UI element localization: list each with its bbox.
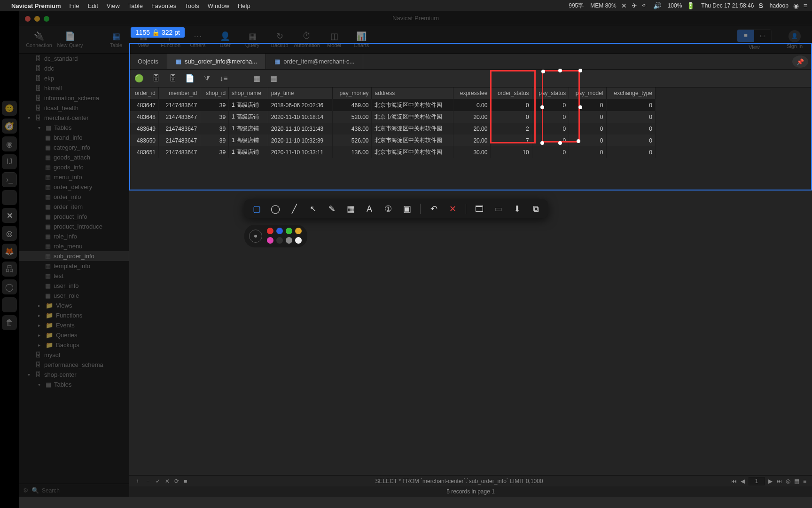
stroke-width[interactable] — [249, 230, 262, 243]
signin-button[interactable]: 👤Sign In — [783, 30, 806, 49]
tool-download[interactable]: ⬇ — [511, 203, 523, 214]
close-button[interactable] — [25, 16, 31, 22]
db-performance_schema[interactable]: 🗄performance_schema — [19, 360, 129, 370]
cell-shop_name[interactable]: 1 高级店铺 — [229, 123, 268, 135]
last-page-icon[interactable]: ⏭ — [776, 478, 782, 484]
cell-pay_model[interactable]: 0 — [569, 123, 606, 135]
pin-button[interactable]: 📌 — [792, 56, 808, 68]
table-test[interactable]: ▦test — [19, 271, 129, 281]
cell-order_id[interactable]: 483651 — [129, 146, 159, 158]
menu-window[interactable]: Window — [208, 2, 229, 9]
db-ddc[interactable]: 🗄ddc — [19, 64, 129, 73]
settings-icon[interactable]: ⚙ — [23, 487, 29, 494]
cell-exchange_type[interactable]: 0 — [606, 111, 656, 123]
col-expressfee[interactable]: expressfee — [453, 87, 491, 99]
toolbar-model[interactable]: ◫Model — [322, 31, 346, 48]
dock-intellij[interactable]: IJ — [2, 154, 17, 169]
tool-pencil[interactable]: ✎ — [326, 203, 337, 214]
cell-address[interactable]: 北京市海淀区中关村软件园 — [372, 146, 453, 158]
dock-trash[interactable]: 🗑 — [2, 315, 17, 330]
sort-icon[interactable]: ↓≡ — [219, 73, 229, 84]
table-order_delivery[interactable]: ▦order_delivery — [19, 182, 129, 192]
cell-order_id[interactable]: 483647 — [129, 99, 159, 111]
apply-icon[interactable]: ✓ — [156, 478, 160, 484]
col-pay_money[interactable]: pay_money — [333, 87, 372, 99]
siri-icon[interactable]: ◉ — [793, 2, 799, 9]
col-address[interactable]: address — [372, 87, 453, 99]
view-list[interactable]: ≡ — [737, 30, 754, 42]
dock-app-circle[interactable]: ◯ — [2, 279, 17, 294]
dock-safari[interactable]: 🧭 — [2, 119, 17, 134]
tab-sub-order-info[interactable]: ▦sub_order_info@mercha... — [167, 54, 266, 69]
airdrop-icon[interactable]: ✈ — [632, 2, 637, 9]
cell-pay_money[interactable]: 520.00 — [333, 111, 372, 123]
toolbar-charts[interactable]: 📊Charts — [349, 31, 374, 48]
cell-shop_id[interactable]: 39 — [200, 146, 229, 158]
cell-shop_name[interactable]: 1 高级店铺 — [229, 135, 268, 146]
cell-shop_name[interactable]: 1 高级店铺 — [229, 146, 268, 158]
refresh-icon[interactable]: ⟳ — [174, 478, 179, 484]
db-itcast_health[interactable]: 🗄itcast_health — [19, 103, 129, 113]
toolbar-table[interactable]: ▦Table — [104, 31, 128, 48]
col-pay_model[interactable]: pay_model — [569, 87, 606, 99]
tool-number[interactable]: ① — [383, 203, 394, 214]
import-icon[interactable]: ▦ — [251, 73, 262, 84]
cell-pay_time[interactable]: 2020-11-10 10:18:14 — [268, 111, 333, 123]
add-row-icon[interactable]: ＋ — [135, 477, 141, 485]
begin-txn-icon[interactable]: 🟢 — [134, 73, 144, 84]
cell-exchange_type[interactable]: 0 — [606, 146, 656, 158]
table-menu_info[interactable]: ▦menu_info — [19, 172, 129, 182]
rollback-icon[interactable]: 🗄 — [168, 73, 178, 84]
col-pay_status[interactable]: pay_status — [532, 87, 569, 99]
tool-mosaic[interactable]: ▦ — [345, 203, 356, 214]
cell-member_id[interactable]: 2147483647 — [159, 146, 200, 158]
stop-icon[interactable]: ■ — [184, 478, 187, 484]
menu-help[interactable]: Help — [238, 2, 250, 9]
color-swatch[interactable] — [267, 228, 273, 234]
col-pay_time[interactable]: pay_time — [268, 87, 333, 99]
folder-queries[interactable]: ▸📁Queries — [19, 330, 129, 340]
menu-table[interactable]: Table — [128, 2, 143, 9]
table-product_info[interactable]: ▦product_info — [19, 212, 129, 222]
tab-order-item[interactable]: ▦order_item@merchant-c... — [266, 54, 363, 69]
next-page-icon[interactable]: ▶ — [768, 478, 773, 484]
grid-view-icon[interactable]: ▦ — [794, 478, 799, 484]
db-dc_standard[interactable]: 🗄dc_standard — [19, 54, 129, 64]
table-sub_order_info[interactable]: ▦sub_order_info — [19, 251, 129, 261]
cell-expressfee[interactable]: 20.00 — [453, 135, 491, 146]
minimize-button[interactable] — [34, 16, 40, 22]
cell-expressfee[interactable]: 0.00 — [453, 99, 491, 111]
table-category_info[interactable]: ▦category_info — [19, 143, 129, 152]
dock-chrome[interactable]: ◉ — [2, 136, 17, 151]
dock-finder[interactable]: 🙂 — [2, 101, 17, 116]
color-swatch[interactable] — [267, 237, 273, 244]
tool-rectangle[interactable]: ▢ — [251, 203, 262, 214]
control-center-icon[interactable]: ≡ — [804, 2, 807, 9]
toolbar-others[interactable]: ⋯Others — [186, 31, 210, 48]
tool-delete[interactable]: ✕ — [447, 203, 458, 214]
tab-objects[interactable]: Objects — [129, 54, 167, 69]
color-swatch[interactable] — [286, 237, 292, 244]
dock-app-green[interactable]: ◎ — [2, 226, 17, 241]
cell-expressfee[interactable]: 30.00 — [453, 146, 491, 158]
table-role_menu[interactable]: ▦role_menu — [19, 241, 129, 251]
cell-pay_status[interactable]: 0 — [532, 123, 569, 135]
db-merchant-center[interactable]: ▾🗄merchant-center — [19, 113, 129, 123]
form-view-icon[interactable]: ≡ — [803, 478, 806, 484]
folder-functions[interactable]: ▸📁Functions — [19, 310, 129, 320]
cell-pay_money[interactable]: 438.00 — [333, 123, 372, 135]
cell-pay_time[interactable]: 2018-06-06 20:02:36 — [268, 99, 333, 111]
tool-pin-window[interactable]: 🗔 — [474, 203, 485, 214]
col-order_id[interactable]: order_id — [129, 87, 159, 99]
dock-terminal[interactable]: ›_ — [2, 172, 17, 187]
tool-copy[interactable]: ⧉ — [530, 203, 541, 214]
color-swatch[interactable] — [295, 228, 302, 234]
col-shop_id[interactable]: shop_id — [200, 87, 229, 99]
cell-order_id[interactable]: 483648 — [129, 111, 159, 123]
cell-pay_model[interactable]: 0 — [569, 99, 606, 111]
color-swatch[interactable] — [295, 237, 302, 244]
folder-views[interactable]: ▸📁Views — [19, 301, 129, 310]
status-user[interactable]: hadoop — [770, 2, 789, 9]
cell-member_id[interactable]: 2147483647 — [159, 99, 200, 111]
cell-pay_status[interactable]: 0 — [532, 99, 569, 111]
